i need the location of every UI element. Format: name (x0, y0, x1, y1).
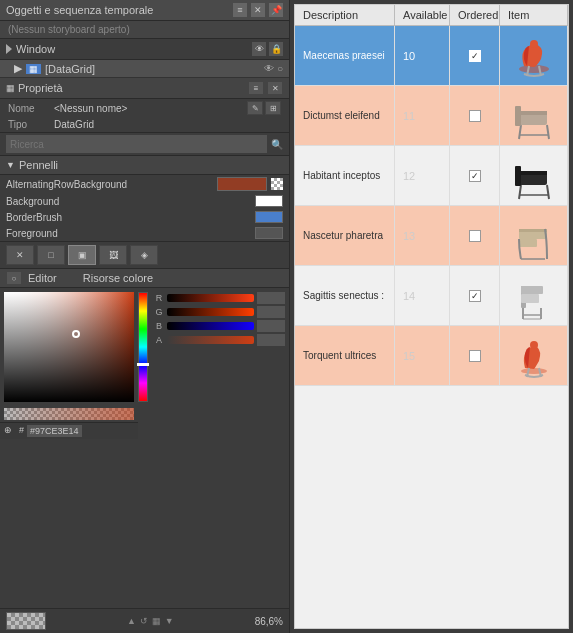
storyboard-label: (Nessun storyboard aperto) (8, 24, 130, 35)
checkbox-4[interactable]: ✓ (469, 290, 481, 302)
pin-icon[interactable]: 📌 (269, 3, 283, 17)
cell-ord-4[interactable]: ✓ (450, 266, 500, 325)
col-header-available: Available (395, 5, 450, 25)
cell-ord-2[interactable]: ✓ (450, 146, 500, 205)
pennelli-header: ▼ Pennelli (0, 156, 289, 175)
tipo-value: DataGrid (54, 119, 94, 130)
page-icon: ▦ (152, 616, 161, 626)
brush-swatch-0[interactable] (217, 177, 267, 191)
search-input[interactable] (6, 135, 267, 153)
editor-options-icon[interactable]: ○ (6, 271, 22, 285)
avail-text-2: 12 (403, 170, 415, 182)
grid-row-4[interactable]: Sagittis senectus : 14 ✓ (295, 266, 568, 326)
a-value[interactable]: 59% (257, 334, 285, 346)
checkbox-3[interactable] (469, 230, 481, 242)
properties-close-icon[interactable]: ✕ (267, 81, 283, 95)
cell-item-2 (500, 146, 568, 205)
node-icon: ▦ (26, 64, 41, 74)
alpha-checker-0 (271, 178, 283, 190)
brush-type-solid[interactable]: □ (37, 245, 65, 265)
cell-ord-1[interactable] (450, 86, 500, 145)
pennelli-collapse-icon[interactable]: ▼ (6, 160, 15, 170)
visibility-icon[interactable]: 👁 (264, 63, 274, 74)
cell-avail-4: 14 (395, 266, 450, 325)
chair-image-4 (509, 271, 559, 321)
r-slider[interactable] (167, 294, 254, 302)
color-picker-gradient[interactable] (4, 292, 134, 402)
brush-swatch-2[interactable] (255, 211, 283, 223)
col-header-description: Description (295, 5, 395, 25)
zoom-level: 86,6% (255, 616, 283, 627)
grid-row-1[interactable]: Dictumst eleifend 11 (295, 86, 568, 146)
hex-display[interactable]: #97CE3E14 (27, 425, 82, 437)
svg-rect-9 (519, 229, 547, 232)
grid-row-0[interactable]: Maecenas praesei 10 ✓ (295, 26, 568, 86)
eyedropper-icon[interactable]: ⊕ (4, 425, 12, 437)
close-icon[interactable]: ✕ (251, 3, 265, 17)
refresh-icon[interactable]: ↺ (140, 616, 148, 626)
chair-image-2 (509, 151, 559, 201)
bottom-toolbar: ▲ ↺ ▦ ▼ 86,6% (0, 608, 289, 633)
g-value[interactable]: 62 (257, 306, 285, 318)
avail-text-3: 13 (403, 230, 415, 242)
col-header-ordered: Ordered (450, 5, 500, 25)
brush-swatch-3[interactable] (255, 227, 283, 239)
desc-text-1: Dictumst eleifend (303, 110, 380, 121)
up-arrow-icon[interactable]: ▲ (127, 616, 136, 626)
avail-text-5: 15 (403, 350, 415, 362)
brush-type-none[interactable]: ✕ (6, 245, 34, 265)
hue-cursor (137, 363, 149, 366)
grid-row-2[interactable]: Habitant inceptos 12 ✓ (295, 146, 568, 206)
brush-swatch-1[interactable] (255, 195, 283, 207)
brush-type-image[interactable]: 🖼 (99, 245, 127, 265)
g-slider[interactable] (167, 308, 254, 316)
checkbox-1[interactable] (469, 110, 481, 122)
b-label: B (154, 321, 164, 331)
down-arrow-icon[interactable]: ▼ (165, 616, 174, 626)
node-indent: ▶ (14, 62, 22, 75)
editor-bottom-toolbar: ⊕ # #97CE3E14 (0, 422, 138, 439)
cell-desc-0: Maecenas praesei (295, 26, 395, 85)
eye-icon[interactable]: 👁 (252, 42, 266, 56)
brush-type-row: ✕ □ ▣ 🖼 ◈ (0, 241, 289, 268)
node-lock-icon[interactable]: ○ (277, 63, 283, 74)
menu-icon[interactable]: ≡ (233, 3, 247, 17)
b-slider[interactable] (167, 322, 254, 330)
cell-ord-0[interactable]: ✓ (450, 26, 500, 85)
brush-label-0: AlternatingRowBackground (6, 179, 213, 190)
edit-icon[interactable]: ✎ (247, 101, 263, 115)
checkbox-0[interactable]: ✓ (469, 50, 481, 62)
desc-text-3: Nascetur pharetra (303, 230, 383, 241)
b-value[interactable]: 20 (257, 320, 285, 332)
svg-point-1 (530, 40, 538, 48)
checkbox-5[interactable] (469, 350, 481, 362)
chair-image-0 (509, 31, 559, 81)
grid-row-5[interactable]: Torquent ultrices 15 (295, 326, 568, 386)
search-bar: 🔍 (0, 133, 289, 156)
desc-text-4: Sagittis senectus : (303, 290, 384, 301)
hue-slider[interactable] (138, 292, 148, 402)
collapse-icon[interactable] (6, 44, 12, 54)
lock-icon[interactable]: 🔒 (269, 42, 283, 56)
node-label: [DataGrid] (45, 63, 95, 75)
checker-swatch (6, 612, 46, 630)
editor-section: ○ Editor Risorse colore ⊕ (0, 269, 289, 608)
cell-ord-3[interactable] (450, 206, 500, 265)
brush-type-gradient[interactable]: ▣ (68, 245, 96, 265)
cell-desc-2: Habitant inceptos (295, 146, 395, 205)
prop-action-icon[interactable]: ⊞ (265, 101, 281, 115)
checkbox-2[interactable]: ✓ (469, 170, 481, 182)
grid-row-3[interactable]: Nascetur pharetra 13 (295, 206, 568, 266)
brush-type-custom[interactable]: ◈ (130, 245, 158, 265)
a-slider[interactable] (167, 336, 254, 344)
properties-menu-icon[interactable]: ≡ (248, 81, 264, 95)
prop-grid-icon: ▦ (6, 83, 15, 93)
panel-titlebar: Oggetti e sequenza temporale ≡ ✕ 📌 (0, 0, 289, 21)
tree-node-datagrid[interactable]: ▶ ▦ [DataGrid] 👁 ○ (0, 60, 289, 77)
avail-text-0: 10 (403, 50, 415, 62)
risorse-title: Risorse colore (83, 272, 153, 284)
cell-ord-5[interactable] (450, 326, 500, 385)
opacity-bar[interactable] (4, 408, 134, 420)
chair-image-5 (509, 331, 559, 381)
r-value[interactable]: 206 (257, 292, 285, 304)
